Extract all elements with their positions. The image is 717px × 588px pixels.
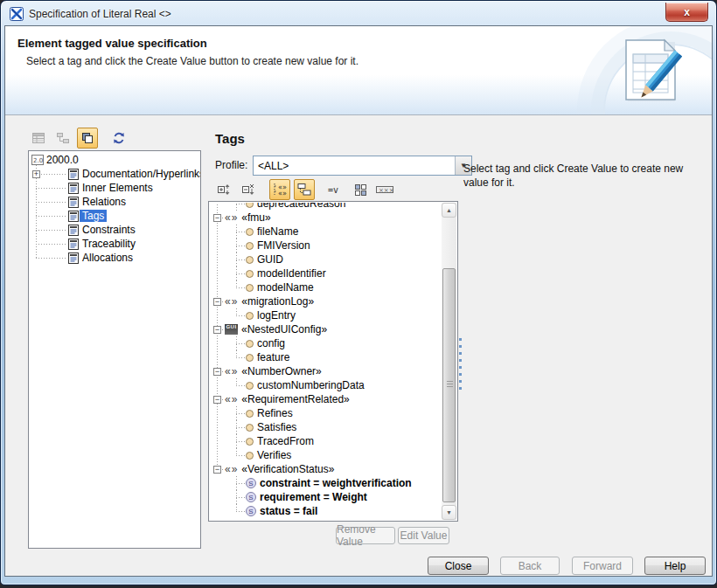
show-default-values-button[interactable]: ××× (374, 179, 395, 200)
sidebar-item-label: Traceability (80, 238, 138, 250)
stereotype-group-row[interactable]: «»«migrationLog» (225, 294, 442, 308)
guide-stub (236, 273, 245, 274)
spec-node-icon (67, 252, 80, 265)
tree-item-label: FMIVersion (254, 239, 310, 252)
tree-guide-stub (36, 244, 67, 245)
scrollbar-thumb[interactable] (442, 268, 456, 502)
sidebar-item-constraints[interactable]: Constraints (67, 223, 138, 237)
hint-text: Select tag and click Create Value to cre… (463, 162, 707, 190)
tag-icon (246, 228, 254, 236)
used-by-tree-button[interactable] (52, 128, 73, 149)
gui-stereotype-icon: GUI (225, 324, 238, 335)
stereotype-icon: «» (225, 463, 238, 475)
vertical-scrollbar[interactable]: ▲ ▼ (442, 203, 456, 520)
child-guide (236, 350, 237, 357)
scroll-up-button[interactable]: ▲ (442, 203, 456, 218)
tag-row[interactable]: logEntry (246, 308, 442, 322)
close-dialog-button[interactable]: Close (428, 557, 489, 575)
refresh-button[interactable] (108, 128, 129, 149)
guide-stub (236, 204, 245, 204)
svg-text:×××: ××× (379, 187, 394, 194)
collapse-toggle[interactable]: − (213, 298, 221, 306)
tag-icon (246, 312, 254, 320)
tag-row[interactable]: customNumberingData (246, 378, 442, 392)
collapse-toggle[interactable]: − (213, 326, 221, 334)
title-bar[interactable]: Specification of Literal Real <> x (3, 3, 714, 25)
close-button[interactable]: x (665, 3, 708, 22)
tag-row[interactable]: deprecatedReason (246, 203, 442, 211)
stereotype-group-row[interactable]: «»«NumberOwner» (225, 364, 442, 378)
stereotype-group-row[interactable]: GUI«NestedUIConfig» (225, 322, 442, 336)
tree-item-label: «NumberOwner» (238, 365, 321, 377)
spec-node-icon (67, 224, 80, 237)
tag-row[interactable]: config (246, 336, 442, 350)
guide-stub (236, 427, 245, 428)
used-by-tree-icon (56, 131, 70, 145)
tree-item-label: «migrationLog» (238, 295, 314, 308)
show-values-button[interactable]: =v (325, 179, 346, 200)
show-all-tags-button[interactable] (350, 179, 371, 200)
expert-mode-button[interactable] (77, 128, 98, 149)
page-title: Tags (215, 131, 245, 146)
collapse-toggle[interactable]: − (213, 214, 221, 222)
tree-guide-stub (36, 216, 67, 217)
tag-row[interactable]: Verifies (246, 448, 442, 462)
sidebar-item-inner-elements[interactable]: Inner Elements (67, 181, 156, 195)
sidebar-item-label: Tags (80, 210, 107, 222)
stereotype-icon: «» (225, 393, 238, 405)
tag-icon (246, 284, 254, 292)
help-button[interactable]: Help (644, 557, 706, 575)
tag-row[interactable]: modelIdentifier (246, 266, 442, 280)
properties-table-button[interactable] (28, 128, 49, 149)
group-nested-button[interactable] (294, 179, 315, 200)
stereotype-icon: «» (225, 295, 238, 308)
collapse-toggle[interactable]: − (213, 466, 221, 474)
tag-row[interactable]: feature (246, 350, 442, 364)
tag-row[interactable]: GUID (246, 252, 442, 266)
tag-row[interactable]: Satisfies (246, 420, 442, 434)
remove-value-button[interactable]: Remove Value (336, 527, 395, 544)
tree-item-label: «fmu» (238, 211, 270, 224)
document-pencil-icon (607, 31, 701, 114)
back-button[interactable]: Back (500, 557, 560, 575)
forward-button[interactable]: Forward (572, 557, 633, 575)
delete-value-button[interactable] (238, 179, 259, 200)
sidebar-item-tags[interactable]: Tags (67, 209, 107, 223)
profile-select[interactable]: <ALL> ▼ (253, 156, 472, 176)
tag-row[interactable]: Refines (246, 406, 442, 420)
group-by-stereotype-button[interactable]: «»«» (269, 179, 290, 200)
tag-row[interactable]: Sconstraint = weightverification (246, 476, 442, 490)
tree-item-label: GUID (254, 253, 283, 266)
tag-row[interactable]: fileName (246, 225, 442, 239)
stereotype-group-row[interactable]: «»«RequirementRelated» (225, 392, 442, 406)
banner-subtitle: Select a tag and click the Create Value … (26, 55, 358, 67)
sidebar-item-documentation-hyperlinks[interactable]: Documentation/Hyperlinks (67, 167, 201, 181)
edit-value-button[interactable]: Edit Value (398, 527, 449, 544)
sidebar-item-allocations[interactable]: Allocations (67, 251, 136, 265)
tags-tree: deprecatedReason−«»«fmu»fileNameFMIVersi… (210, 203, 442, 518)
collapse-toggle[interactable]: − (213, 396, 221, 404)
sidebar-item-relations[interactable]: Relations (67, 195, 129, 209)
tag-row[interactable]: FMIVersion (246, 239, 442, 252)
create-value-button[interactable] (213, 179, 234, 200)
tag-row[interactable]: modelName (246, 280, 442, 294)
tag-row[interactable]: Sstatus = fail (246, 504, 442, 518)
sidebar-item-label: Documentation/Hyperlinks (80, 168, 201, 180)
tag-row[interactable]: TracedFrom (246, 434, 442, 448)
expand-toggle[interactable]: + (32, 170, 40, 178)
window-title: Specification of Literal Real <> (29, 8, 171, 20)
child-guide (236, 448, 237, 455)
guide-stub (236, 441, 245, 442)
collapse-toggle[interactable]: − (213, 368, 221, 376)
tree-item-label: TracedFrom (254, 435, 314, 447)
tags-tree-viewport: deprecatedReason−«»«fmu»fileNameFMIVersi… (210, 203, 442, 520)
sidebar-item-traceability[interactable]: Traceability (67, 237, 138, 251)
scroll-down-button[interactable]: ▼ (442, 505, 456, 520)
tree-item-label: modelIdentifier (254, 267, 326, 280)
splitter-handle[interactable] (459, 338, 462, 392)
guide-stub (236, 259, 245, 260)
tag-row[interactable]: Srequirement = Weight (246, 490, 442, 504)
stereotype-group-row[interactable]: «»«fmu» (225, 211, 442, 225)
tag-icon (246, 256, 254, 264)
stereotype-group-row[interactable]: «»«VerificationStatus» (225, 462, 442, 476)
